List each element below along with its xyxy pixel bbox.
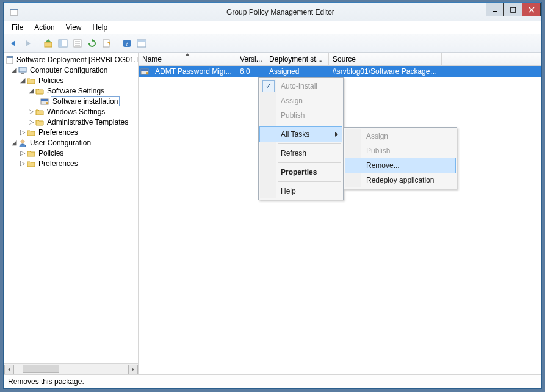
collapse-icon[interactable]: ◢ bbox=[19, 76, 26, 84]
expand-icon[interactable]: ▷ bbox=[19, 159, 26, 167]
menu-item-publish[interactable]: Publish bbox=[260, 108, 342, 123]
tree-node-computer-config[interactable]: ◢ Computer Configuration bbox=[4, 65, 138, 75]
menu-file[interactable]: File bbox=[7, 22, 28, 33]
forward-button[interactable] bbox=[21, 37, 35, 50]
toolbar: ? bbox=[4, 34, 541, 53]
svg-point-29 bbox=[46, 102, 48, 104]
menu-item-help[interactable]: Help bbox=[260, 184, 342, 198]
svg-rect-1 bbox=[10, 9, 18, 10]
tree[interactable]: Software Deployment [SRVBLOG01.T ◢ Compu… bbox=[4, 53, 138, 363]
svg-rect-17 bbox=[103, 40, 109, 47]
tree-node-software-settings[interactable]: ◢ Software Settings bbox=[4, 85, 138, 96]
close-button[interactable] bbox=[522, 3, 541, 16]
menu-help[interactable]: Help bbox=[88, 22, 113, 33]
maximize-button[interactable] bbox=[504, 3, 522, 16]
expand-icon[interactable]: ▷ bbox=[27, 118, 35, 126]
menu-item-properties[interactable]: Properties bbox=[260, 165, 342, 180]
expand-icon[interactable]: ▷ bbox=[19, 149, 26, 157]
column-name[interactable]: Name bbox=[139, 53, 236, 65]
svg-marker-9 bbox=[46, 39, 51, 42]
computer-icon bbox=[18, 65, 27, 75]
list-header: Name Versi... Deployment st... Source bbox=[139, 53, 541, 66]
column-spacer bbox=[442, 53, 541, 65]
tree-node-policies[interactable]: ▷ Policies bbox=[4, 148, 138, 158]
scroll-track[interactable] bbox=[14, 365, 128, 374]
menu-item-label: Auto-Install bbox=[281, 82, 317, 90]
menu-item-auto-install[interactable]: ✓ Auto-Install bbox=[260, 79, 342, 93]
scroll-left-button[interactable] bbox=[4, 365, 14, 374]
document-icon bbox=[5, 55, 14, 65]
list-row[interactable]: ADMT Password Migr... 6.0 Assigned \\srv… bbox=[139, 66, 541, 77]
column-label: Name bbox=[142, 55, 162, 64]
tree-label: Windows Settings bbox=[46, 107, 106, 116]
tree-label: Computer Configuration bbox=[29, 66, 109, 74]
menu-item-refresh[interactable]: Refresh bbox=[260, 146, 342, 161]
list-body[interactable]: ADMT Password Migr... 6.0 Assigned \\srv… bbox=[139, 66, 541, 374]
tree-node-software-installation[interactable]: Software installation bbox=[4, 96, 138, 106]
svg-rect-3 bbox=[511, 7, 516, 12]
up-button[interactable] bbox=[42, 37, 55, 50]
collapse-icon[interactable]: ◢ bbox=[27, 87, 35, 95]
menu-action[interactable]: Action bbox=[29, 22, 59, 33]
back-button[interactable] bbox=[7, 37, 20, 50]
menu-item-remove[interactable]: Remove... bbox=[345, 158, 455, 173]
scroll-thumb[interactable] bbox=[23, 365, 59, 373]
menu-item-all-tasks[interactable]: All Tasks bbox=[260, 127, 342, 142]
svg-rect-22 bbox=[137, 40, 146, 42]
tree-node-preferences[interactable]: ▷ Preferences bbox=[4, 158, 138, 169]
minimize-button[interactable] bbox=[486, 3, 504, 16]
delete-button[interactable] bbox=[71, 37, 84, 50]
tree-node-admin-templates[interactable]: ▷ Administrative Templates bbox=[4, 117, 138, 127]
refresh-button[interactable] bbox=[85, 37, 99, 50]
svg-marker-32 bbox=[132, 368, 134, 371]
show-hide-tree-button[interactable] bbox=[56, 37, 70, 50]
tree-root[interactable]: Software Deployment [SRVBLOG01.T bbox=[4, 54, 138, 65]
menu-item-label: Redeploy application bbox=[366, 176, 434, 184]
menu-item-assign[interactable]: Assign bbox=[345, 129, 455, 143]
svg-marker-31 bbox=[8, 368, 10, 371]
column-source[interactable]: Source bbox=[329, 53, 442, 65]
tree-label: Software Deployment [SRVBLOG01.T bbox=[15, 56, 138, 64]
collapse-icon[interactable]: ◢ bbox=[10, 139, 18, 147]
toolbar-separator bbox=[117, 37, 117, 49]
svg-rect-26 bbox=[21, 73, 24, 74]
tree-label: Software installation bbox=[51, 96, 120, 106]
user-icon bbox=[18, 138, 27, 148]
export-button[interactable] bbox=[100, 37, 114, 50]
properties-button[interactable] bbox=[135, 37, 148, 50]
svg-rect-8 bbox=[45, 42, 52, 47]
menu-item-label: Publish bbox=[281, 111, 305, 120]
collapse-icon[interactable]: ◢ bbox=[10, 66, 18, 74]
tree-node-windows-settings[interactable]: ▷ Windows Settings bbox=[4, 106, 138, 117]
menu-item-label: Assign bbox=[366, 132, 388, 140]
menu-item-assign[interactable]: Assign bbox=[260, 93, 342, 108]
expand-icon[interactable]: ▷ bbox=[27, 107, 35, 115]
tree-label: Preferences bbox=[37, 159, 79, 168]
app-window: Group Policy Management Editor File Acti… bbox=[4, 2, 541, 388]
folder-icon bbox=[35, 117, 45, 127]
menu-item-label: Properties bbox=[281, 168, 317, 176]
svg-rect-34 bbox=[141, 69, 148, 71]
svg-rect-11 bbox=[59, 40, 62, 47]
menu-separator bbox=[278, 181, 341, 182]
column-label: Source bbox=[333, 55, 356, 64]
context-menu: ✓ Auto-Install Assign Publish All Tasks … bbox=[258, 77, 344, 200]
menubar: File Action View Help bbox=[4, 21, 541, 34]
menu-view[interactable]: View bbox=[61, 22, 87, 33]
menu-item-redeploy[interactable]: Redeploy application bbox=[345, 173, 455, 187]
tree-node-preferences[interactable]: ▷ Preferences bbox=[4, 127, 138, 137]
column-version[interactable]: Versi... bbox=[236, 53, 265, 65]
tree-horizontal-scrollbar[interactable] bbox=[4, 363, 138, 374]
menu-item-publish[interactable]: Publish bbox=[345, 143, 455, 158]
menu-item-label: Assign bbox=[281, 96, 303, 105]
column-deployment[interactable]: Deployment st... bbox=[265, 53, 329, 65]
help-button[interactable]: ? bbox=[120, 37, 134, 50]
tree-node-user-config[interactable]: ◢ User Configuration bbox=[4, 137, 138, 148]
status-text: Removes this package. bbox=[8, 377, 84, 386]
expand-icon[interactable]: ▷ bbox=[19, 128, 26, 136]
svg-marker-6 bbox=[11, 40, 15, 46]
scroll-right-button[interactable] bbox=[128, 365, 138, 374]
cell-name: ADMT Password Migr... bbox=[151, 67, 236, 76]
tree-node-policies[interactable]: ◢ Policies bbox=[4, 75, 138, 85]
folder-icon bbox=[26, 76, 36, 85]
